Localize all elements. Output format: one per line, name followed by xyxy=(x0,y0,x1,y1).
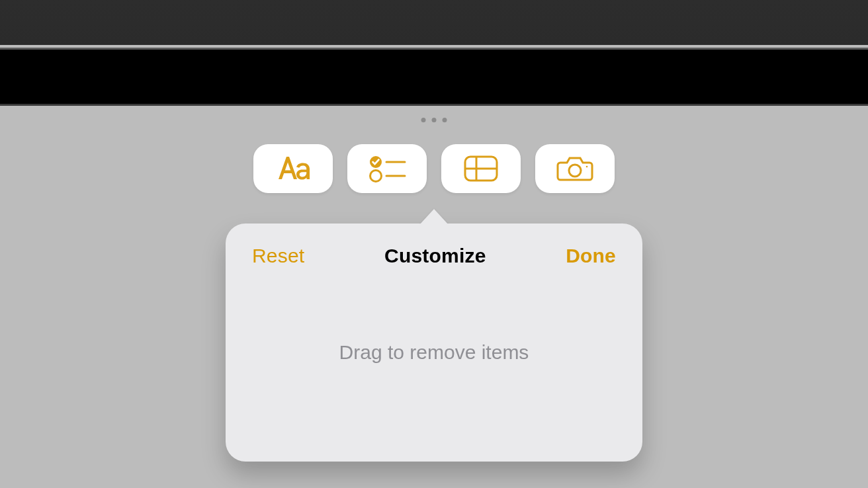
customize-popover: Reset Customize Done Drag to remove item… xyxy=(226,209,642,462)
popover-header: Reset Customize Done xyxy=(252,245,616,267)
table-icon xyxy=(462,154,499,183)
svg-point-8 xyxy=(586,166,588,168)
checklist-icon xyxy=(367,154,408,183)
grip-handle[interactable] xyxy=(421,118,447,122)
done-button[interactable]: Done xyxy=(566,245,616,266)
device-bezel-top xyxy=(0,0,868,45)
text-format-button[interactable] xyxy=(253,144,333,193)
popover-arrow xyxy=(419,209,449,225)
svg-point-2 xyxy=(370,171,382,182)
device-bezel-band xyxy=(0,48,868,106)
camera-button[interactable] xyxy=(535,144,615,193)
svg-point-7 xyxy=(569,165,581,177)
toolbar xyxy=(253,144,615,193)
grip-dot xyxy=(443,118,447,122)
stage: Reset Customize Done Drag to remove item… xyxy=(0,0,868,488)
popover-panel: Reset Customize Done Drag to remove item… xyxy=(226,224,642,462)
popover-title: Customize xyxy=(384,245,486,266)
grip-dot xyxy=(432,118,437,122)
camera-icon xyxy=(555,154,595,183)
checklist-button[interactable] xyxy=(347,144,427,193)
popover-hint: Drag to remove items xyxy=(252,341,616,364)
text-format-icon xyxy=(273,154,313,183)
table-button[interactable] xyxy=(441,144,521,193)
grip-dot xyxy=(421,118,426,122)
reset-button[interactable]: Reset xyxy=(252,245,304,266)
